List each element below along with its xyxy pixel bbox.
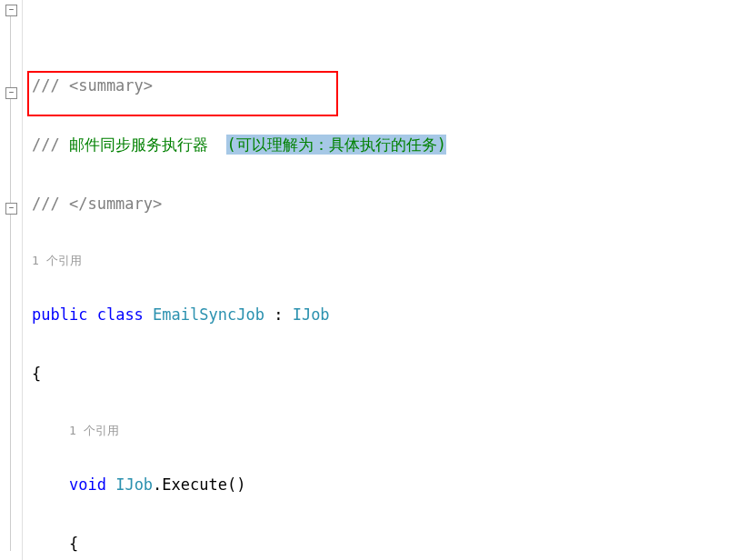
code-line: public class EmailSyncJob : IJob <box>32 304 738 326</box>
code-line: { <box>32 533 738 555</box>
gutter: − − − <box>0 0 23 560</box>
codelens[interactable]: 1 个引用 <box>32 422 738 437</box>
fold-toggle[interactable]: − <box>5 203 17 215</box>
code-line: { <box>32 363 738 385</box>
code-line: void IJob.Execute() <box>32 474 738 496</box>
code-line: /// </summary> <box>32 193 738 215</box>
codelens[interactable]: 1 个引用 <box>32 252 738 267</box>
code-area[interactable]: /// <summary> /// 邮件同步服务执行器 (可以理解为：具体执行的… <box>23 0 738 560</box>
code-editor[interactable]: − − − /// <summary> /// 邮件同步服务执行器 (可以理解为… <box>0 0 738 560</box>
fold-toggle[interactable]: − <box>5 5 17 16</box>
code-line: /// 邮件同步服务执行器 (可以理解为：具体执行的任务) <box>32 134 738 156</box>
code-line: /// <summary> <box>32 75 738 97</box>
fold-toggle[interactable]: − <box>5 87 17 99</box>
